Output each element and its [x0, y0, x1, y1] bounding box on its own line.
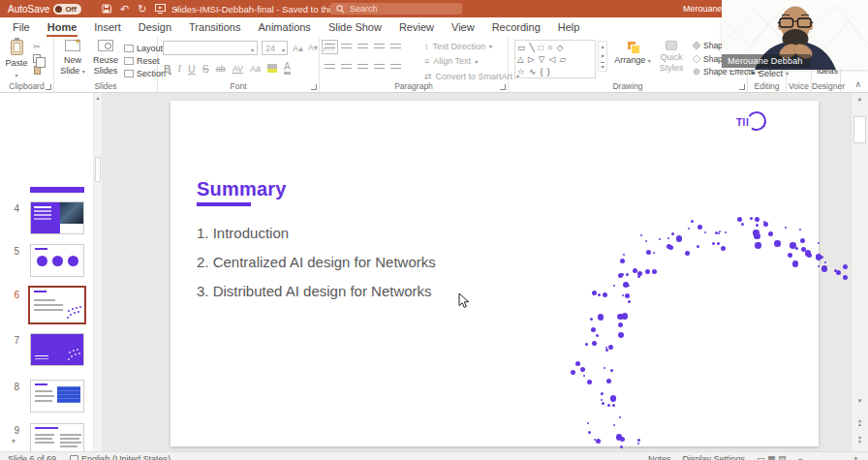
animation-star-icon: ✶	[11, 438, 16, 445]
font-name-select[interactable]: ▾	[163, 41, 258, 55]
strikethrough-button[interactable]: ab	[216, 64, 226, 74]
columns-button[interactable]	[390, 63, 401, 72]
cut-icon[interactable]: ✂	[33, 42, 41, 51]
drawing-group-label: Drawing	[509, 81, 747, 91]
slide-thumbnail[interactable]	[30, 380, 84, 413]
slide-thumbnail[interactable]	[30, 423, 84, 451]
slide-thumbnail[interactable]	[30, 201, 84, 234]
undo-icon[interactable]: ↶	[120, 3, 129, 15]
justify-button[interactable]	[374, 63, 385, 72]
tab-file[interactable]: File	[4, 18, 39, 36]
autosave-state: Off	[65, 5, 77, 14]
view-switcher-icons[interactable]: ▭ ▦ ▤	[757, 454, 787, 460]
zoom-out-icon[interactable]: −	[797, 454, 802, 460]
language-status[interactable]: English (United States)	[70, 454, 170, 460]
align-left-button[interactable]	[325, 63, 335, 72]
thumbnail-panel-scrollbar[interactable]: ▴	[93, 93, 102, 451]
align-text-button[interactable]: ≡Align Text▾	[424, 55, 519, 68]
tab-transitions[interactable]: Transitions	[180, 18, 249, 36]
paragraph-dialog-launcher[interactable]	[500, 84, 506, 90]
increase-indent-button[interactable]	[374, 43, 385, 51]
tab-animations[interactable]: Animations	[249, 18, 319, 36]
reuse-slides-button[interactable]: Reuse Slides	[90, 40, 121, 76]
shadow-button[interactable]: S	[202, 63, 209, 75]
numbering-button[interactable]	[341, 43, 352, 51]
slide-thumbnail-selected[interactable]	[28, 286, 86, 324]
autosave-pill[interactable]: Off	[53, 4, 81, 15]
mouse-cursor	[458, 292, 470, 309]
thumbnail-scrollbar-thumb[interactable]	[95, 157, 101, 182]
font-dialog-launcher[interactable]	[311, 84, 317, 90]
drawing-dialog-launcher[interactable]	[739, 84, 745, 90]
collapse-ribbon-icon[interactable]: ∧	[854, 79, 861, 89]
tab-home[interactable]: Home	[39, 18, 86, 36]
scroll-down-icon[interactable]: ▾	[852, 397, 868, 405]
thumbnail-scroll-up-icon[interactable]: ▴	[94, 94, 102, 101]
slide-3-thumbnail-edge[interactable]	[30, 187, 84, 193]
new-slide-icon	[65, 40, 80, 51]
zoom-in-icon[interactable]: +	[853, 454, 858, 460]
display-settings-button[interactable]: Display Settings	[682, 454, 745, 460]
slide-thumbnail[interactable]	[30, 333, 84, 366]
text-highlight-icon[interactable]	[267, 64, 277, 73]
tab-design[interactable]: Design	[130, 18, 180, 36]
tab-recording[interactable]: Recording	[483, 18, 549, 36]
redo-icon[interactable]: ↻	[138, 3, 146, 15]
shapes-more-icon[interactable]: ▾	[601, 62, 604, 70]
clipboard-dialog-launcher[interactable]	[46, 84, 51, 90]
scroll-up-icon[interactable]: ▴	[852, 95, 868, 103]
scrollbar-thumb[interactable]	[853, 116, 866, 143]
italic-button[interactable]: I	[178, 63, 182, 74]
notes-button[interactable]: Notes	[648, 454, 671, 460]
tab-slideshow[interactable]: Slide Show	[320, 18, 390, 36]
paste-button[interactable]: Paste ▾	[4, 40, 29, 80]
line-spacing-button[interactable]	[390, 43, 401, 51]
tab-view[interactable]: View	[443, 18, 483, 36]
font-size-caret-icon: ▾	[282, 46, 285, 53]
character-spacing-button[interactable]: AV	[232, 64, 243, 74]
slide-thumbnail[interactable]	[30, 244, 84, 277]
align-right-button[interactable]	[357, 63, 368, 72]
tab-insert[interactable]: Insert	[85, 18, 130, 36]
copy-icon[interactable]	[33, 54, 41, 63]
next-slide-button[interactable]: ▾ ▾	[852, 436, 868, 444]
designer-group-label: Designer	[812, 81, 840, 91]
tab-help[interactable]: Help	[549, 18, 589, 36]
save-icon[interactable]	[102, 4, 111, 14]
align-center-button[interactable]	[341, 63, 352, 72]
decrease-indent-button[interactable]	[357, 43, 368, 51]
bold-button[interactable]: B	[164, 63, 171, 75]
font-size-select[interactable]: 24▾	[262, 41, 288, 55]
previous-slide-button[interactable]: ▴ ▴	[852, 418, 868, 426]
slide-indicator[interactable]: Slide 6 of 69	[8, 454, 56, 460]
start-slideshow-icon[interactable]	[155, 4, 166, 14]
slide-thumbnail-preview	[30, 288, 84, 322]
slide-title[interactable]: Summary	[197, 178, 287, 200]
shrink-font-button[interactable]: A▾	[308, 43, 318, 52]
zoom-controls[interactable]: −+	[797, 454, 858, 460]
text-direction-button[interactable]: ↕Text Direction▾	[424, 40, 519, 52]
shapes-gallery[interactable]: ▭ ╲ □ ○ ◇ △ ▷ ▽ ◁ ▱ ☆ ∿ { }	[514, 40, 596, 78]
underline-button[interactable]: U	[188, 63, 196, 75]
tab-review[interactable]: Review	[390, 18, 443, 36]
slide-body-list[interactable]: 1. Introduction 2. Centralized AI design…	[197, 219, 436, 306]
font-color-button[interactable]: A	[284, 62, 291, 75]
slide-thumbnail-preview	[31, 381, 83, 412]
quick-styles-icon	[666, 41, 677, 50]
autosave-toggle[interactable]: AutoSave Off	[8, 2, 81, 15]
group-font: ▾ 24▾ A▴ A▾ A B I U S ab AV Aa A Font	[158, 37, 320, 92]
shape-fill-icon	[692, 41, 700, 49]
powerpoint-window: AutoSave Off ↶ ↻ ▾ Slides-IMSI-Debbah-fi…	[0, 0, 868, 460]
change-case-button[interactable]: Aa	[250, 64, 261, 74]
main-scrollbar[interactable]: ▴ ▾ ▴ ▴ ▾ ▾	[851, 93, 868, 451]
search-box[interactable]: Search	[330, 3, 462, 15]
new-slide-button[interactable]: New Slide ▾	[57, 40, 88, 76]
shapes-scroll-down-icon[interactable]: ▾	[601, 52, 604, 59]
shapes-scroll-up-icon[interactable]: ▴	[601, 43, 604, 49]
arrange-button[interactable]: Arrange ▾	[613, 41, 652, 67]
grow-font-button[interactable]: A▴	[293, 43, 303, 53]
bullets-button[interactable]	[325, 43, 335, 51]
shape-effects-icon	[692, 67, 700, 76]
quick-styles-button[interactable]: Quick Styles	[654, 41, 689, 73]
slide-surface[interactable]: TII Summary 1. Introduction 2. Centraliz…	[170, 101, 819, 446]
